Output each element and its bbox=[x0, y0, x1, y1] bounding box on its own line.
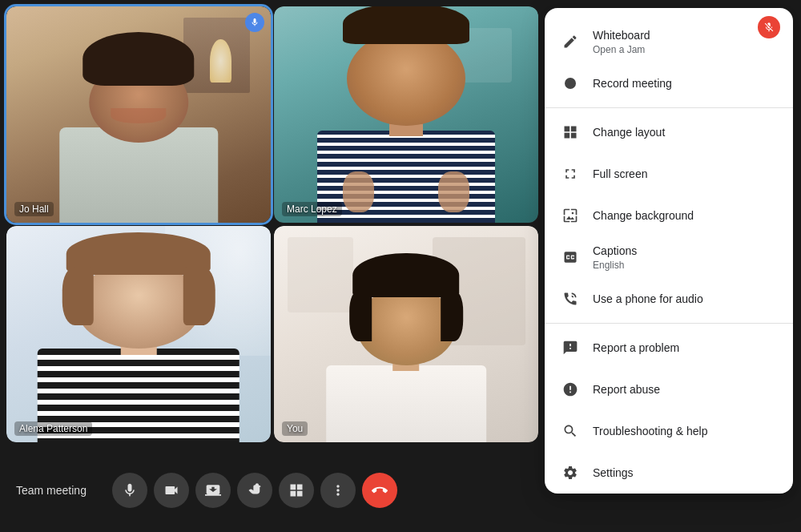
participant-name-marc: Marc Lopez bbox=[282, 202, 342, 216]
mic-button[interactable] bbox=[112, 473, 147, 508]
pencil-icon bbox=[561, 32, 580, 51]
menu-item-captions[interactable]: Captions English bbox=[545, 236, 793, 278]
mic-off-badge bbox=[758, 16, 780, 38]
whiteboard-sublabel: Open a Jam bbox=[593, 44, 650, 55]
report-abuse-icon bbox=[561, 380, 580, 399]
report-abuse-label: Report abuse bbox=[593, 382, 660, 397]
end-call-icon bbox=[372, 482, 388, 498]
captions-label: Captions bbox=[593, 244, 637, 258]
video-tile-alena: Alena Patterson bbox=[6, 226, 271, 442]
bottom-bar: Team meeting bbox=[0, 449, 537, 532]
record-label: Record meeting bbox=[593, 76, 672, 91]
activities-icon bbox=[288, 482, 304, 498]
settings-label: Settings bbox=[593, 466, 634, 480]
phone-audio-label: Use a phone for audio bbox=[593, 292, 703, 306]
participant-name-you: You bbox=[282, 421, 308, 436]
meeting-title: Team meeting bbox=[16, 484, 87, 497]
menu-item-whiteboard[interactable]: Whiteboard Open a Jam bbox=[545, 21, 793, 62]
layout-icon bbox=[561, 123, 580, 142]
screenshare-button[interactable] bbox=[195, 473, 231, 508]
menu-item-background[interactable]: Change background bbox=[545, 195, 793, 236]
layout-label: Change layout bbox=[593, 125, 665, 139]
divider-2 bbox=[545, 323, 793, 324]
captions-icon bbox=[561, 248, 580, 267]
divider-1 bbox=[545, 107, 793, 108]
menu-item-fullscreen[interactable]: Full screen bbox=[545, 153, 793, 195]
raise-hand-button[interactable] bbox=[237, 473, 272, 508]
menu-item-report-problem[interactable]: Report a problem bbox=[545, 327, 793, 369]
fullscreen-label: Full screen bbox=[593, 167, 647, 181]
end-call-button[interactable] bbox=[362, 473, 397, 508]
activities-button[interactable] bbox=[279, 473, 314, 508]
background-label: Change background bbox=[593, 208, 694, 223]
video-grid: Jo Hall Marc Lopez bbox=[0, 0, 545, 449]
controls-bar bbox=[112, 473, 397, 508]
mic-icon bbox=[122, 482, 138, 498]
fullscreen-icon bbox=[561, 164, 580, 183]
report-problem-icon bbox=[561, 338, 580, 357]
video-tile-you: You bbox=[274, 226, 538, 442]
captions-sublabel: English bbox=[593, 260, 637, 271]
menu-item-layout[interactable]: Change layout bbox=[545, 111, 793, 153]
menu-item-report-abuse[interactable]: Report abuse bbox=[545, 369, 793, 410]
menu-item-phone-audio[interactable]: Use a phone for audio bbox=[545, 278, 793, 320]
video-tile-jo-hall: Jo Hall bbox=[6, 6, 271, 223]
more-vert-icon bbox=[330, 482, 346, 498]
record-icon bbox=[561, 74, 580, 93]
more-options-button[interactable] bbox=[320, 473, 356, 508]
background-icon bbox=[561, 206, 580, 225]
menu-item-record[interactable]: Record meeting bbox=[545, 62, 793, 104]
menu-item-settings[interactable]: Settings bbox=[545, 452, 793, 494]
whiteboard-label: Whiteboard bbox=[593, 28, 650, 42]
participant-name-jo-hall: Jo Hall bbox=[14, 202, 54, 216]
phone-audio-icon bbox=[561, 289, 580, 308]
menu-item-troubleshoot[interactable]: Troubleshooting & help bbox=[545, 410, 793, 452]
troubleshoot-icon bbox=[561, 421, 580, 441]
camera-icon bbox=[163, 482, 179, 498]
raise-hand-icon bbox=[247, 482, 263, 498]
settings-icon bbox=[561, 463, 580, 482]
context-menu: Whiteboard Open a Jam Record meeting Cha… bbox=[545, 8, 793, 494]
video-tile-marc-lopez: Marc Lopez bbox=[274, 6, 538, 223]
active-speaker-icon bbox=[245, 13, 264, 32]
report-problem-label: Report a problem bbox=[593, 341, 679, 355]
camera-button[interactable] bbox=[154, 473, 189, 508]
troubleshoot-label: Troubleshooting & help bbox=[593, 424, 707, 438]
participant-name-alena: Alena Patterson bbox=[14, 421, 92, 436]
screenshare-icon bbox=[205, 482, 221, 498]
